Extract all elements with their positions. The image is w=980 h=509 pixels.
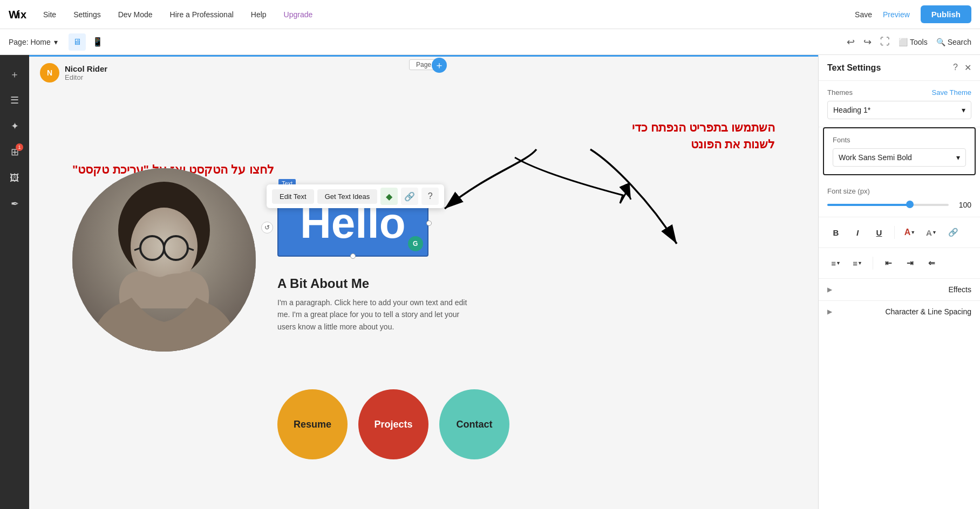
font-color-icon: A bbox=[904, 228, 911, 237]
resize-handle-right[interactable] bbox=[426, 221, 432, 226]
font-size-slider-row: 100 bbox=[827, 201, 971, 209]
hello-text: Hello bbox=[300, 202, 406, 245]
get-text-ideas-button[interactable]: Get Text Ideas bbox=[317, 189, 378, 204]
resize-handle-bottom[interactable] bbox=[350, 253, 356, 259]
desktop-icon[interactable]: 🖥 bbox=[69, 33, 86, 51]
effects-row[interactable]: ▶ Effects bbox=[819, 279, 980, 301]
help-icon[interactable]: ? bbox=[953, 63, 958, 73]
grammarly-button[interactable]: G bbox=[408, 236, 423, 251]
sidebar-apps-button[interactable]: ⊞ 1 bbox=[4, 141, 25, 163]
selection-border bbox=[29, 55, 818, 57]
resume-button[interactable]: Resume bbox=[277, 389, 348, 459]
font-size-section: Font size (px) 100 bbox=[819, 180, 980, 217]
fonts-label: Fonts bbox=[833, 136, 966, 144]
panel-header: Text Settings ? ✕ bbox=[819, 55, 980, 81]
slider-thumb[interactable] bbox=[906, 201, 914, 208]
font-chevron-icon: ▾ bbox=[956, 153, 960, 162]
format-separator bbox=[894, 226, 895, 239]
themes-label: Themes bbox=[827, 88, 853, 97]
bold-button[interactable]: B bbox=[827, 224, 845, 241]
user-name: Nicol Rider bbox=[65, 64, 107, 73]
person-silhouette bbox=[72, 168, 256, 352]
buttons-row: Resume Projects Contact bbox=[277, 389, 509, 459]
nav-help[interactable]: Help bbox=[248, 8, 270, 21]
apps-badge: 1 bbox=[16, 143, 23, 151]
save-theme-link[interactable]: Save Theme bbox=[932, 88, 971, 97]
tools-button[interactable]: ⬜ Tools bbox=[899, 38, 928, 46]
font-size-label: Font size (px) bbox=[827, 187, 971, 195]
undo-button[interactable]: ↩ bbox=[847, 36, 855, 48]
contact-button[interactable]: Contact bbox=[439, 389, 509, 459]
link-format-button[interactable]: 🔗 bbox=[944, 224, 962, 241]
nav-devmode[interactable]: Dev Mode bbox=[115, 8, 156, 21]
profile-image bbox=[72, 168, 256, 352]
char-spacing-expand-icon: ▶ bbox=[827, 308, 832, 315]
tools-icon: ⬜ bbox=[899, 38, 908, 46]
nav-upgrade[interactable]: Upgrade bbox=[281, 8, 316, 21]
nav-hire[interactable]: Hire a Professional bbox=[167, 8, 237, 21]
indent-increase-button[interactable]: ⇥ bbox=[901, 254, 918, 272]
search-button[interactable]: 🔍 Search bbox=[936, 38, 971, 46]
sidebar-pages-button[interactable]: ☰ bbox=[4, 90, 25, 111]
user-header: N Nicol Rider Editor bbox=[40, 63, 107, 82]
font-select[interactable]: Work Sans Semi Bold ▾ bbox=[833, 148, 966, 167]
sidebar-design-button[interactable]: ✦ bbox=[4, 115, 25, 137]
help-icon[interactable]: ? bbox=[421, 188, 439, 205]
close-icon[interactable]: ✕ bbox=[964, 63, 971, 73]
second-nav: Page: Home ▾ 🖥 📱 ↩ ↪ ⛶ ⬜ Tools 🔍 Search bbox=[0, 29, 980, 55]
projects-button[interactable]: Projects bbox=[358, 389, 428, 459]
align-left-button[interactable]: ≡ ▼ bbox=[827, 254, 845, 272]
underline-button[interactable]: U bbox=[870, 224, 888, 241]
text-direction-button[interactable]: ⇐ bbox=[923, 254, 940, 272]
plus-icon: ＋ bbox=[10, 68, 19, 81]
font-size-value: 100 bbox=[955, 201, 971, 209]
panel-title: Text Settings bbox=[827, 63, 881, 73]
avatar-initial: N bbox=[47, 68, 52, 77]
mobile-icon[interactable]: 📱 bbox=[89, 33, 106, 51]
preview-button[interactable]: Preview bbox=[883, 10, 910, 19]
nav-settings[interactable]: Settings bbox=[70, 8, 104, 21]
indent-decrease-button[interactable]: ⇤ bbox=[880, 254, 897, 272]
sidebar-blog-button[interactable]: ✒ bbox=[4, 193, 25, 215]
contact-label: Contact bbox=[457, 419, 493, 430]
page-strip: Page ＋ N Nicol Rider Editor השתמשו בתפרי… bbox=[29, 55, 818, 509]
link-icon[interactable]: 🔗 bbox=[401, 188, 418, 205]
design-icon: ✦ bbox=[11, 120, 19, 132]
text-toolbar: Edit Text Get Text Ideas ◆ 🔗 ? bbox=[267, 184, 444, 208]
wix-logo: W i x bbox=[9, 9, 29, 20]
align-separator bbox=[873, 257, 873, 270]
theme-select[interactable]: Heading 1* ▾ bbox=[827, 101, 971, 119]
hebrew-instruction-1: השתמשו בתפריט הנפתח כדי לשנות את הפונט bbox=[632, 120, 775, 153]
tools-label: Tools bbox=[910, 38, 928, 46]
font-size-slider-track[interactable] bbox=[827, 204, 949, 206]
font-color-button[interactable]: A ▼ bbox=[901, 224, 918, 241]
svg-text:x: x bbox=[21, 9, 26, 20]
user-role: Editor bbox=[65, 73, 107, 81]
panel-header-icons: ? ✕ bbox=[953, 63, 971, 73]
redo-button[interactable]: ↪ bbox=[863, 36, 872, 48]
italic-button[interactable]: I bbox=[849, 224, 866, 241]
save-button[interactable]: Save bbox=[855, 10, 872, 19]
highlight-icon: A bbox=[926, 228, 932, 237]
media-icon: 🖼 bbox=[10, 173, 19, 184]
reset-button[interactable]: ↺ bbox=[261, 222, 273, 233]
nav-site[interactable]: Site bbox=[40, 8, 59, 21]
effects-expand-icon: ▶ bbox=[827, 286, 832, 293]
list-button[interactable]: ≡ ▼ bbox=[849, 254, 866, 272]
page-selector[interactable]: Page: Home ▾ bbox=[9, 38, 58, 46]
theme-value: Heading 1* bbox=[833, 106, 870, 114]
add-section-button[interactable]: ＋ bbox=[432, 58, 447, 73]
list-icon: ≡ bbox=[853, 259, 858, 268]
sidebar-media-button[interactable]: 🖼 bbox=[4, 167, 25, 189]
about-title: A Bit About Me bbox=[277, 276, 644, 291]
svg-text:i: i bbox=[17, 9, 20, 20]
highlight-button[interactable]: A ▼ bbox=[923, 224, 940, 241]
publish-button[interactable]: Publish bbox=[921, 5, 971, 23]
char-spacing-row[interactable]: ▶ Character & Line Spacing bbox=[819, 301, 980, 322]
ai-icon[interactable]: ◆ bbox=[380, 188, 398, 205]
projects-label: Projects bbox=[374, 419, 412, 430]
text-content-area: ↺ Text Hello G A Bit About Me I'm a para… bbox=[277, 190, 644, 333]
zoom-fit-button[interactable]: ⛶ bbox=[880, 36, 890, 47]
sidebar-add-button[interactable]: ＋ bbox=[4, 64, 25, 85]
edit-text-button[interactable]: Edit Text bbox=[272, 189, 314, 204]
